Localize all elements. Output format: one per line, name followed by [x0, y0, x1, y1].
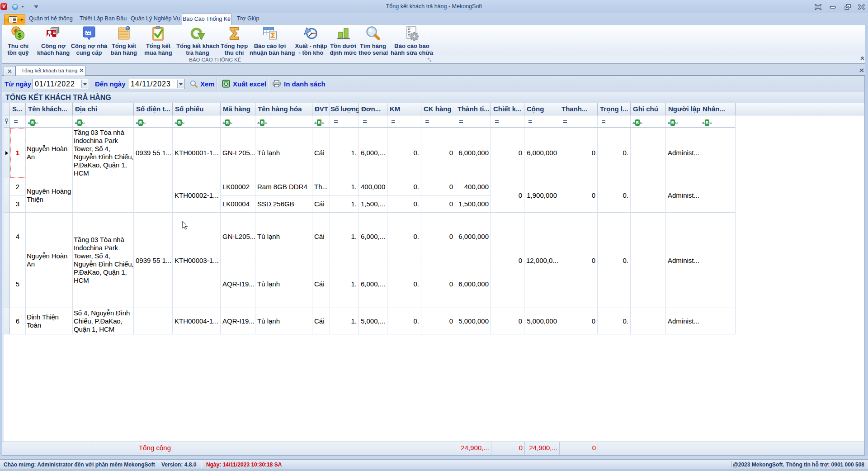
svg-text:$: $ [18, 31, 22, 39]
